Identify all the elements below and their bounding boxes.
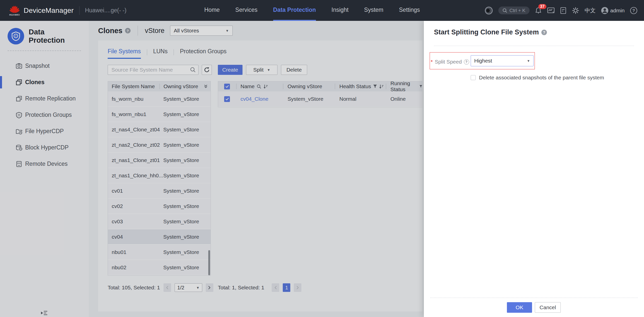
nav-data-protection[interactable]: Data Protection bbox=[273, 0, 316, 21]
sidebar-item-clones[interactable]: Clones bbox=[0, 74, 89, 90]
table-row[interactable]: fs_worm_nbuSystem_vStore bbox=[108, 91, 211, 107]
chevron-down-icon: ▼ bbox=[267, 68, 270, 72]
shield-group-icon bbox=[16, 112, 22, 118]
search-icon[interactable] bbox=[190, 67, 196, 73]
sidebar-item-file-hypercdp[interactable]: File HyperCDP bbox=[0, 123, 89, 139]
source-search-field[interactable] bbox=[108, 65, 198, 75]
delete-snapshots-checkbox[interactable] bbox=[471, 75, 476, 80]
required-asterisk: * bbox=[431, 59, 433, 65]
collapse-sidebar-button[interactable] bbox=[41, 310, 48, 316]
table-row[interactable]: cv01System_vStore bbox=[108, 183, 211, 199]
column-health-status[interactable]: Health Status bbox=[339, 83, 371, 89]
search-shortcut: Ctrl + K bbox=[509, 8, 526, 13]
brand-text: HUAWEI bbox=[9, 14, 20, 16]
nav-insight[interactable]: Insight bbox=[332, 0, 349, 21]
row-checkbox[interactable] bbox=[224, 96, 230, 102]
sidebar-menu: Snapshot Clones Remote Replication Prote… bbox=[0, 58, 89, 172]
divider bbox=[386, 84, 386, 89]
settings-gear-icon[interactable] bbox=[572, 7, 579, 14]
vstore-selected-value: All vStores bbox=[174, 28, 199, 34]
owning-vstore-cell: System_vStore bbox=[288, 96, 323, 102]
column-file-system-name[interactable]: File System Name bbox=[108, 83, 159, 89]
nav-system[interactable]: System bbox=[364, 0, 383, 21]
table-row[interactable]: zt_nas1_Clone_zt01System_vStore bbox=[108, 153, 211, 168]
running-status-cell: Online bbox=[390, 96, 406, 102]
help-icon[interactable]: ? bbox=[630, 7, 637, 14]
delete-button[interactable]: Delete bbox=[281, 65, 307, 75]
filter-icon[interactable] bbox=[373, 84, 377, 88]
scrollbar[interactable] bbox=[208, 250, 210, 275]
next-page-button[interactable] bbox=[206, 283, 213, 292]
table-row[interactable]: fs_worm_nbu1System_vStore bbox=[108, 107, 211, 122]
username: admin bbox=[610, 8, 625, 14]
column-running-status[interactable]: Running Status bbox=[390, 80, 417, 92]
sort-icon[interactable] bbox=[379, 84, 384, 89]
cancel-button[interactable]: Cancel bbox=[535, 302, 561, 313]
sidebar-item-label: Block HyperCDP bbox=[25, 144, 69, 151]
eclipse-status-icon[interactable] bbox=[485, 6, 493, 15]
divider bbox=[174, 49, 174, 55]
performance-monitor-icon[interactable] bbox=[547, 7, 555, 14]
table-row[interactable]: cv03System_vStore bbox=[108, 214, 211, 229]
prev-page-button[interactable] bbox=[272, 283, 279, 292]
table-row[interactable]: cv02System_vStore bbox=[108, 199, 211, 214]
huawei-flower-icon bbox=[9, 5, 20, 14]
sidebar-item-block-hypercdp[interactable]: Block HyperCDP bbox=[0, 139, 89, 156]
create-button[interactable]: Create bbox=[218, 65, 243, 75]
nav-settings[interactable]: Settings bbox=[399, 0, 420, 21]
column-search-icon[interactable] bbox=[257, 84, 261, 89]
notifications-button[interactable]: 37 bbox=[535, 7, 542, 14]
double-chevron-icon[interactable] bbox=[204, 84, 208, 89]
filter-icon[interactable] bbox=[419, 84, 422, 88]
column-owning-vstore[interactable]: Owning vStore bbox=[160, 83, 198, 89]
source-list-footer: Total: 105, Selected: 1 1/2 ▼ bbox=[108, 283, 213, 292]
panel-help-icon[interactable]: ? bbox=[541, 30, 547, 35]
tab-file-systems[interactable]: File Systems bbox=[108, 48, 141, 59]
table-row[interactable]: zt_nas4_Clone_zt04System_vStore bbox=[108, 122, 211, 137]
language-switch[interactable]: 中文 bbox=[585, 7, 596, 14]
refresh-button[interactable] bbox=[202, 65, 212, 75]
sort-icon[interactable] bbox=[263, 84, 268, 89]
column-owning-vstore[interactable]: Owning vStore bbox=[288, 83, 322, 89]
sidebar-item-snapshot[interactable]: Snapshot bbox=[0, 58, 89, 74]
tab-luns[interactable]: LUNs bbox=[153, 48, 168, 59]
column-name[interactable]: Name bbox=[240, 83, 255, 89]
select-all-checkbox[interactable] bbox=[224, 84, 230, 89]
sidebar-item-remote-devices[interactable]: Remote Devices bbox=[0, 156, 89, 172]
next-page-button[interactable] bbox=[294, 283, 301, 292]
user-menu[interactable]: admin bbox=[601, 7, 625, 14]
table-row[interactable]: nbu01System_vStore bbox=[108, 245, 211, 260]
total-selected-text: Total: 1, Selected: 1 bbox=[218, 285, 264, 291]
vstore-select[interactable]: All vStores ▼ bbox=[170, 26, 233, 36]
ok-button[interactable]: OK bbox=[507, 302, 532, 313]
split-button[interactable]: Split▼ bbox=[246, 65, 277, 75]
clone-name-link[interactable]: cv04_Clone bbox=[240, 96, 268, 102]
table-row[interactable]: nbu02System_vStore bbox=[108, 260, 211, 275]
search-input[interactable] bbox=[108, 65, 198, 75]
split-speed-select[interactable]: Highest ▼ bbox=[471, 55, 534, 66]
prev-page-button[interactable] bbox=[164, 283, 171, 292]
divider bbox=[434, 46, 634, 46]
global-search[interactable]: Ctrl + K bbox=[498, 7, 530, 14]
divider bbox=[430, 298, 638, 298]
table-row-selected[interactable]: cv04System_vStore bbox=[108, 229, 211, 245]
nav-services[interactable]: Services bbox=[235, 0, 257, 21]
table-row[interactable]: zt_nas1_Clone_hh0...System_vStore bbox=[108, 168, 211, 183]
clone-row-cv04-clone[interactable]: cv04_Clone System_vStore Normal Online bbox=[218, 91, 422, 107]
table-row[interactable]: zt_nas2_Clone_zt02System_vStore bbox=[108, 137, 211, 153]
tab-protection-groups[interactable]: Protection Groups bbox=[180, 48, 226, 59]
health-status-cell: Normal bbox=[339, 96, 356, 102]
nav-home[interactable]: Home bbox=[204, 0, 220, 21]
divider bbox=[138, 26, 138, 36]
page-value: 1/2 bbox=[177, 285, 184, 291]
refresh-icon bbox=[204, 67, 210, 73]
sidebar-item-protection-groups[interactable]: Protection Groups bbox=[0, 107, 89, 123]
divider bbox=[79, 6, 79, 15]
page-help-icon[interactable]: ? bbox=[125, 28, 131, 33]
page-select[interactable]: 1/2 ▼ bbox=[175, 283, 202, 292]
split-speed-help-icon[interactable]: ? bbox=[464, 59, 469, 65]
task-log-icon[interactable] bbox=[560, 7, 567, 14]
device-name[interactable]: Huawei....ge(- -) bbox=[85, 7, 127, 14]
page-1-button[interactable]: 1 bbox=[283, 283, 290, 292]
sidebar-item-remote-replication[interactable]: Remote Replication bbox=[0, 90, 89, 107]
